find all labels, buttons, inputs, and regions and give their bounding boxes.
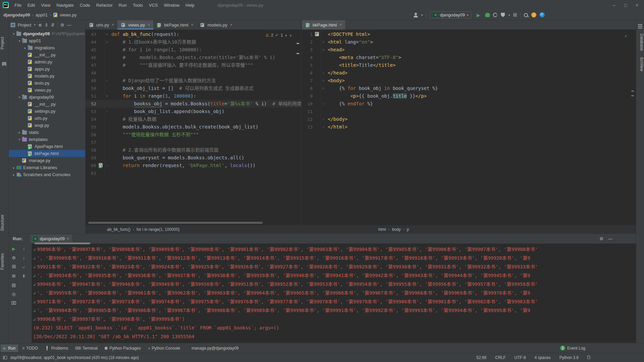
code-line-61[interactable]: 61 bbox=[86, 169, 301, 177]
prev-warning-icon[interactable]: ∧ bbox=[285, 32, 287, 39]
tree-item-urls.py[interactable]: urls.py bbox=[9, 115, 85, 122]
run-console-output[interactable]: ↲99896本书', '第99897本书', '第99898本书', '第998… bbox=[32, 244, 636, 343]
readonly-lock-icon[interactable] bbox=[587, 357, 590, 359]
code-line-48[interactable]: 48 bbox=[86, 69, 301, 77]
scroll-to-end-icon[interactable]: ⇟ bbox=[22, 273, 26, 278]
maximize-icon[interactable]: □ bbox=[620, 1, 631, 9]
code-line-7[interactable]: 7⊟<body> bbox=[302, 77, 636, 85]
chevron-down-icon[interactable]: ▾ bbox=[508, 13, 510, 17]
code-line-9[interactable]: 9 <p>{{ book_obj.title }}</p> bbox=[302, 92, 636, 100]
tree-chevron-icon[interactable]: ▾ bbox=[17, 39, 22, 43]
locate-file-icon[interactable]: ⊕ bbox=[38, 22, 42, 28]
py-file-icon[interactable] bbox=[315, 32, 320, 36]
python-interpreter[interactable]: Python 3.8 bbox=[559, 355, 579, 360]
breadcrumb-item[interactable]: ab_bk_func() bbox=[107, 227, 130, 232]
code-line-50[interactable]: 50 book_obj_list = [] # 可以用列表生成式 生成器表达式 bbox=[86, 85, 301, 92]
next-warning-icon[interactable]: ∨ bbox=[289, 32, 292, 39]
menu-run[interactable]: Run bbox=[116, 1, 130, 9]
toolwindow-structure-button[interactable]: Structure bbox=[0, 215, 8, 231]
toolwindow-database-button[interactable]: Database bbox=[636, 34, 644, 51]
toolwindow-button-Run[interactable]: ▶Run bbox=[1, 345, 18, 352]
search-everywhere-icon[interactable] bbox=[524, 13, 528, 17]
code-line-10[interactable]: 10⌅ {% endfor %} bbox=[302, 100, 636, 108]
fold-marker[interactable]: ⌅ bbox=[104, 162, 109, 169]
toolwindow-toggle-icon[interactable] bbox=[3, 356, 7, 359]
fold-marker[interactable]: ⌅ bbox=[321, 100, 326, 108]
tree-item-Scratches and Consoles[interactable]: ▸Scratches and Consoles bbox=[9, 171, 85, 178]
code-line-2[interactable]: 2⊟<html lang="en"> bbox=[302, 38, 636, 46]
code-line-47[interactable]: 47 # """直接循环插入 要不停的走数据库，所以非常慢""" bbox=[86, 61, 301, 69]
code-line-12[interactable]: 12⌅</body> bbox=[302, 115, 636, 123]
menu-tools[interactable]: Tools bbox=[130, 1, 146, 9]
toolwindow-favorites-button[interactable]: Favorites bbox=[0, 253, 8, 270]
fold-marker[interactable]: ⊟ bbox=[104, 92, 109, 100]
tree-item-djangoday09[interactable]: ▾djangoday09 bbox=[9, 94, 85, 101]
debug-button[interactable] bbox=[485, 13, 490, 17]
warning-stripe-mark[interactable] bbox=[297, 53, 299, 54]
code-line-60[interactable]: 60⌅ return render(request, 'bkPage.html'… bbox=[86, 162, 301, 169]
coverage-button[interactable] bbox=[501, 13, 505, 17]
tree-chevron-icon[interactable]: ▸ bbox=[11, 166, 16, 169]
no-problems-check-icon[interactable]: ✔ bbox=[625, 32, 627, 40]
menu-help[interactable]: Help bbox=[182, 1, 198, 9]
vcs-change-stripe-mark[interactable] bbox=[631, 91, 634, 92]
fold-marker[interactable]: ⊟ bbox=[321, 38, 326, 46]
event-log-button[interactable]: 3Event Log bbox=[560, 346, 585, 351]
menu-vcs[interactable]: VCS bbox=[146, 1, 161, 9]
toolwindow-sciview-button[interactable]: SciView bbox=[636, 57, 644, 71]
code-line-13[interactable]: 13⌅</html> bbox=[302, 123, 636, 131]
menu-code[interactable]: Code bbox=[77, 1, 93, 9]
code-line-54[interactable]: 54 # 批量插入数据 bbox=[86, 115, 301, 123]
breadcrumb-item-views.py[interactable]: views.py bbox=[53, 12, 76, 17]
code-line-44[interactable]: 44⊟ # 1.往books表中插入10万条数据 bbox=[86, 38, 301, 46]
tree-item-AjaxPage.html[interactable]: AjaxPage.html bbox=[9, 143, 85, 150]
menu-refactor[interactable]: Refactor bbox=[93, 1, 116, 9]
menu-navigate[interactable]: Navigate bbox=[53, 1, 76, 9]
pin-icon[interactable]: ◎ bbox=[12, 292, 15, 297]
menu-window[interactable]: Window bbox=[161, 1, 182, 9]
fold-marker[interactable]: ⌅ bbox=[321, 69, 326, 77]
caret-position[interactable]: 52:69 bbox=[476, 355, 486, 360]
soft-wrap-icon[interactable]: ⤶ bbox=[22, 264, 25, 269]
inspection-widget[interactable]: ⚠ 2 ✔ 1 ∧ ∨ bbox=[265, 32, 292, 39]
code-line-6[interactable]: 6⌅</head> bbox=[302, 69, 636, 77]
breadcrumb-item[interactable]: body bbox=[392, 227, 401, 232]
ide-services-icon[interactable] bbox=[540, 12, 545, 17]
breadcrumb-item[interactable]: p bbox=[407, 227, 409, 232]
close-icon[interactable]: × bbox=[67, 236, 69, 241]
code-line-56[interactable]: 56 """使用批量操作数据 五秒不到""" bbox=[86, 131, 301, 139]
toolwindow-button-Problems[interactable]: ❕Problems bbox=[42, 345, 71, 352]
breadcrumb-item[interactable]: for i in range(1, 100000) bbox=[137, 227, 179, 232]
close-icon[interactable]: × bbox=[631, 1, 643, 9]
tree-item-tests.py[interactable]: tests.py bbox=[9, 80, 85, 87]
gear-icon[interactable]: ⚙ bbox=[60, 22, 64, 28]
tree-item-wsgi.py[interactable]: wsgi.py bbox=[9, 122, 85, 129]
fold-marker[interactable]: ⊟ bbox=[104, 31, 109, 38]
tree-chevron-icon[interactable]: ▸ bbox=[11, 173, 16, 176]
code-line-58[interactable]: 58 # 2.查询出所有的表中数据并展示到前端页面 bbox=[86, 146, 301, 154]
tree-chevron-icon[interactable]: ▾ bbox=[17, 96, 22, 99]
code-editor-bkpage-html[interactable]: ✔ 1<!DOCTYPE html>2⊟<html lang="en">3⊟<h… bbox=[302, 30, 636, 225]
tab-models.py[interactable]: models.py× bbox=[197, 20, 235, 30]
tree-item-apps.py[interactable]: apps.py bbox=[9, 65, 85, 72]
horizontal-scrollbar[interactable] bbox=[88, 222, 263, 224]
tree-chevron-icon[interactable]: ▾ bbox=[11, 32, 16, 36]
code-editor-views-py[interactable]: ⚠ 2 ✔ 1 ∧ ∨ 43⊟def ab_bk_func(request):4… bbox=[86, 30, 301, 225]
code-line-5[interactable]: 5 <title>Title</title> bbox=[302, 61, 636, 69]
hide-panel-icon[interactable]: — bbox=[608, 236, 612, 241]
code-line-46[interactable]: 46 # models.Books.objects.create(title='… bbox=[86, 54, 301, 61]
update-available-icon[interactable]: ↑ bbox=[531, 12, 536, 17]
file-encoding[interactable]: UTF-8 bbox=[515, 355, 526, 360]
code-line-8[interactable]: 8⊟ {% for book_obj in book_queryset %} bbox=[302, 85, 636, 92]
warning-stripe-mark[interactable] bbox=[297, 43, 299, 44]
fold-marker[interactable]: ⌅ bbox=[104, 77, 109, 85]
fold-marker[interactable]: ⊟ bbox=[104, 38, 109, 46]
collapse-all-icon[interactable]: ⇵ bbox=[51, 22, 55, 28]
settings-wrench-icon[interactable]: ⚙ bbox=[12, 255, 16, 260]
tree-item-__init__.py[interactable]: __init__.py bbox=[9, 51, 85, 58]
toolwindow-project-button[interactable]: Project bbox=[0, 37, 8, 49]
fold-marker[interactable]: ⌅ bbox=[321, 115, 326, 123]
up-stack-trace-icon[interactable]: ↑ bbox=[23, 246, 25, 251]
bookmark-icon[interactable] bbox=[2, 62, 6, 66]
gear-icon[interactable]: ⚙ bbox=[599, 236, 603, 241]
